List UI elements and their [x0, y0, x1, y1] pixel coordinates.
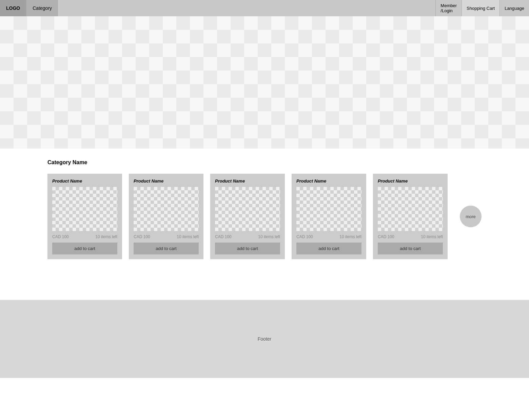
- add-to-cart-button[interactable]: add to cart: [296, 243, 361, 254]
- add-to-cart-button[interactable]: add to cart: [215, 243, 280, 254]
- product-name: Product Name: [52, 178, 117, 184]
- category-title: Category Name: [47, 159, 482, 166]
- logo[interactable]: LOGO: [0, 0, 26, 16]
- product-stock: 10 items left: [421, 234, 443, 239]
- product-image: [215, 187, 280, 231]
- product-card: Product Name CAD 100 10 items left add t…: [210, 174, 285, 259]
- navbar: LOGO Category Member /Login Shopping Car…: [0, 0, 529, 16]
- main-content: Category Name Product Name CAD 100 10 it…: [27, 149, 502, 280]
- product-meta: CAD 100 10 items left: [215, 234, 280, 239]
- footer: Footer: [0, 300, 529, 378]
- add-to-cart-button[interactable]: add to cart: [52, 243, 117, 254]
- product-stock: 10 items left: [258, 234, 280, 239]
- product-image: [296, 187, 361, 231]
- nav-category[interactable]: Category: [26, 0, 58, 16]
- product-name: Product Name: [296, 178, 361, 184]
- language-button[interactable]: Language: [499, 0, 529, 16]
- product-meta: CAD 100 10 items left: [296, 234, 361, 239]
- footer-label: Footer: [258, 336, 271, 342]
- product-row: Product Name CAD 100 10 items left add t…: [47, 174, 452, 259]
- product-price: CAD 100: [52, 234, 69, 239]
- product-price: CAD 100: [296, 234, 313, 239]
- product-row-wrapper: Product Name CAD 100 10 items left add t…: [47, 174, 482, 259]
- product-stock: 10 items left: [339, 234, 361, 239]
- product-meta: CAD 100 10 items left: [52, 234, 117, 239]
- nav-right: Member /Login Shopping Cart Language: [435, 0, 529, 16]
- product-card: Product Name CAD 100 10 items left add t…: [129, 174, 203, 259]
- product-stock: 10 items left: [95, 234, 117, 239]
- hero-banner: [0, 16, 529, 149]
- product-card: Product Name CAD 100 10 items left add t…: [292, 174, 366, 259]
- product-meta: CAD 100 10 items left: [378, 234, 443, 239]
- shopping-cart-button[interactable]: Shopping Cart: [462, 0, 499, 16]
- product-name: Product Name: [215, 178, 280, 184]
- product-price: CAD 100: [134, 234, 150, 239]
- product-name: Product Name: [378, 178, 443, 184]
- more-button[interactable]: more: [460, 206, 482, 227]
- product-card: Product Name CAD 100 10 items left add t…: [373, 174, 448, 259]
- product-image: [378, 187, 443, 231]
- product-name: Product Name: [134, 178, 199, 184]
- product-price: CAD 100: [215, 234, 232, 239]
- product-price: CAD 100: [378, 234, 394, 239]
- product-meta: CAD 100 10 items left: [134, 234, 199, 239]
- add-to-cart-button[interactable]: add to cart: [378, 243, 443, 254]
- product-image: [134, 187, 199, 231]
- product-image: [52, 187, 117, 231]
- add-to-cart-button[interactable]: add to cart: [134, 243, 199, 254]
- product-card: Product Name CAD 100 10 items left add t…: [47, 174, 122, 259]
- product-stock: 10 items left: [177, 234, 199, 239]
- member-login-button[interactable]: Member /Login: [435, 0, 462, 16]
